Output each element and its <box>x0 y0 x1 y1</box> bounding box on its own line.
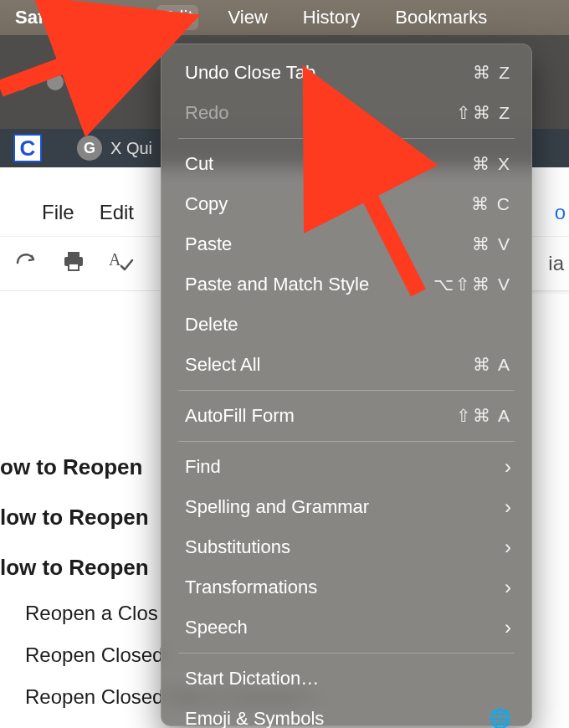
svg-rect-0 <box>100 71 128 93</box>
edit-menu-dropdown: Undo Close Tab ⌘ Z Redo ⇧⌘ Z Cut⌘ X Copy… <box>161 44 532 726</box>
menu-item-select-all[interactable]: Select All⌘ A <box>161 345 531 385</box>
menu-item-cut[interactable]: Cut⌘ X <box>161 144 531 184</box>
chevron-right-icon: › <box>505 495 511 519</box>
tab-2[interactable]: G X Qui <box>64 136 166 161</box>
sidebar-toggle-icon[interactable] <box>99 70 129 94</box>
menu-separator <box>178 390 515 391</box>
menu-item-label: Start Dictation… <box>185 667 319 690</box>
traffic-close[interactable] <box>12 74 28 90</box>
menu-item-label: Paste and Match Style <box>185 273 369 296</box>
spellcheck-icon[interactable]: A <box>109 250 134 277</box>
tab-2-label: X Qui <box>110 139 152 158</box>
menu-item-shortcut: ⌘ X <box>472 152 511 176</box>
chevron-right-icon: › <box>505 616 511 639</box>
menu-item-label: Undo Close Tab <box>185 61 315 85</box>
menu-item-label: Speech <box>185 616 248 639</box>
svg-rect-2 <box>68 252 79 257</box>
redo-icon[interactable] <box>15 251 38 276</box>
menu-item-shortcut: ⌘ A <box>473 353 511 377</box>
menu-item-label: Emoji & Symbols <box>185 707 324 728</box>
menu-separator <box>178 653 515 654</box>
menu-separator <box>178 138 515 139</box>
menubar-view[interactable]: View <box>223 5 273 30</box>
menu-item-substitutions[interactable]: Substitutions› <box>161 527 531 567</box>
menu-item-shortcut: ⇧⌘ A <box>456 404 511 428</box>
menubar-bookmarks[interactable]: Bookmarks <box>390 5 492 30</box>
tab-favicon-g-icon: G <box>77 136 102 161</box>
menu-item-label: Redo <box>185 101 229 125</box>
menu-item-label: Transformations <box>185 576 317 599</box>
menu-item-label: Select All <box>185 353 261 377</box>
menu-item-label: Cut <box>185 152 213 176</box>
doc-menu-file[interactable]: File <box>42 201 74 224</box>
menu-item-spelling-grammar[interactable]: Spelling and Grammar› <box>161 487 531 527</box>
menu-item-start-dictation[interactable]: Start Dictation… <box>161 659 531 699</box>
menu-item-label: AutoFill Form <box>185 404 295 428</box>
menu-item-copy[interactable]: Copy⌘ C <box>161 184 531 224</box>
menu-item-paste[interactable]: Paste⌘ V <box>161 224 531 264</box>
svg-rect-4 <box>69 264 79 270</box>
chevron-right-icon: › <box>505 455 511 479</box>
app-name[interactable]: Safari <box>15 7 66 28</box>
menu-item-emoji-symbols[interactable]: Emoji & Symbols🌐 <box>161 699 531 728</box>
menu-item-find[interactable]: Find› <box>161 447 531 487</box>
os-menubar: Safari File Edit View History Bookmarks <box>0 0 569 35</box>
svg-text:A: A <box>109 250 121 269</box>
tab-1[interactable]: C <box>0 134 55 162</box>
tab-favicon-c-icon: C <box>13 134 42 162</box>
menu-item-label: Copy <box>185 192 228 216</box>
menubar-file[interactable]: File <box>91 5 131 30</box>
menu-item-autofill-form[interactable]: AutoFill Form⇧⌘ A <box>161 396 531 436</box>
toolbar-trail: ia <box>548 252 564 275</box>
menu-item-undo-close-tab[interactable]: Undo Close Tab ⌘ Z <box>161 53 531 93</box>
menubar-edit[interactable]: Edit <box>156 5 198 30</box>
menu-item-redo: Redo ⇧⌘ Z <box>161 93 531 133</box>
doc-menu-trail: o <box>555 201 566 224</box>
print-icon[interactable] <box>62 250 85 277</box>
menu-item-delete[interactable]: Delete <box>161 305 531 345</box>
traffic-minimize[interactable] <box>47 74 64 90</box>
menu-separator <box>178 441 515 442</box>
chevron-right-icon: › <box>505 576 511 599</box>
menu-item-label: Find <box>185 455 221 479</box>
menu-item-shortcut: ⌘ Z <box>473 61 511 85</box>
menu-item-speech[interactable]: Speech› <box>161 608 531 648</box>
menu-item-label: Paste <box>185 233 232 256</box>
menu-item-paste-match-style[interactable]: Paste and Match Style⌥⇧⌘ V <box>161 264 531 305</box>
menu-item-label: Delete <box>185 313 238 336</box>
globe-icon: 🌐 <box>489 707 511 728</box>
menu-item-shortcut: ⌥⇧⌘ V <box>433 273 511 296</box>
menu-item-label: Substitutions <box>185 536 290 559</box>
doc-menu-edit[interactable]: Edit <box>100 201 134 224</box>
menu-item-shortcut: ⇧⌘ Z <box>456 101 511 125</box>
menubar-history[interactable]: History <box>298 5 365 30</box>
menu-item-label: Spelling and Grammar <box>185 495 369 519</box>
menu-item-shortcut: ⌘ C <box>471 192 511 216</box>
chevron-right-icon: › <box>505 536 511 559</box>
menu-item-transformations[interactable]: Transformations› <box>161 567 531 608</box>
menu-item-shortcut: ⌘ V <box>472 233 511 256</box>
